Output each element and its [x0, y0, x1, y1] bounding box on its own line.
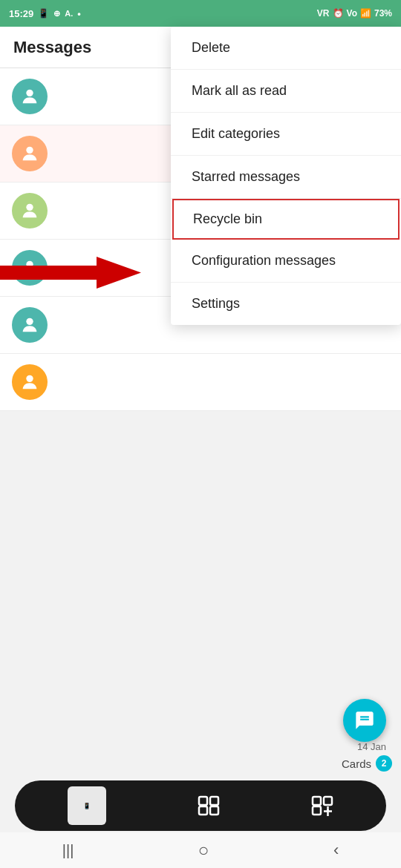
cards-badge: 2: [376, 755, 392, 772]
nav-bar: ||| ○ ‹: [0, 832, 401, 868]
status-left: 15:29 📱 ⊕ A. •: [9, 8, 81, 19]
volte1-icon: Vo: [347, 8, 357, 19]
signal-icon: 📶: [360, 8, 371, 19]
svg-point-8: [363, 720, 365, 723]
menu-item-starred[interactable]: Starred messages: [171, 156, 401, 199]
cards-bar: Cards 2: [342, 755, 392, 772]
list-item[interactable]: [0, 354, 401, 411]
add-button[interactable]: [311, 795, 333, 816]
svg-point-5: [26, 375, 33, 382]
chat-icon: [354, 710, 375, 731]
svg-point-2: [26, 204, 33, 211]
alarm-icon: ⏰: [333, 8, 344, 19]
page-title: Messages: [13, 38, 91, 57]
svg-rect-12: [199, 806, 207, 815]
svg-point-7: [360, 720, 362, 723]
battery-icon: 73%: [374, 8, 392, 19]
svg-rect-15: [324, 797, 332, 805]
svg-point-0: [26, 90, 33, 96]
svg-rect-14: [313, 797, 321, 805]
status-right: VR ⏰ Vo 📶 73%: [317, 8, 392, 19]
nav-recent-button[interactable]: |||: [62, 842, 74, 859]
avatar: [12, 250, 48, 286]
whatsapp-icon: ⊕: [53, 9, 60, 19]
avatar: [12, 307, 48, 343]
bottom-taskbar: 📱: [15, 780, 386, 831]
dot-icon: •: [77, 8, 81, 19]
expand-button[interactable]: [198, 795, 220, 816]
svg-point-9: [367, 720, 369, 723]
menu-item-config-messages[interactable]: Configuration messages: [171, 240, 401, 283]
menu-item-mark-read[interactable]: Mark all as read: [171, 70, 401, 113]
menu-item-recycle-bin[interactable]: Recycle bin: [172, 199, 400, 240]
avatar: [12, 136, 48, 171]
avatar: [12, 364, 48, 400]
menu-item-settings[interactable]: Settings: [171, 283, 401, 325]
status-bar: 15:29 📱 ⊕ A. • VR ⏰ Vo 📶 73%: [0, 0, 401, 27]
svg-point-3: [26, 261, 33, 268]
avatar: [12, 193, 48, 228]
nav-home-button[interactable]: ○: [198, 840, 209, 861]
svg-rect-16: [313, 806, 321, 815]
svg-rect-13: [210, 806, 218, 815]
dropdown-menu: Delete Mark all as read Edit categories …: [171, 27, 401, 325]
bottom-thumbnail[interactable]: 📱: [68, 786, 106, 825]
vr-icon: VR: [317, 8, 330, 19]
cards-label: Cards: [342, 757, 371, 770]
svg-point-4: [26, 318, 33, 325]
nav-back-button[interactable]: ‹: [333, 841, 339, 860]
svg-point-1: [26, 147, 33, 154]
a-icon: A.: [65, 9, 73, 18]
fab-button[interactable]: [343, 699, 386, 742]
time-display: 15:29: [9, 8, 33, 19]
menu-item-delete[interactable]: Delete: [171, 27, 401, 70]
date-label: 14 Jan: [357, 741, 386, 752]
menu-item-edit-categories[interactable]: Edit categories: [171, 113, 401, 156]
svg-rect-10: [199, 797, 207, 805]
avatar: [12, 79, 48, 114]
sim-icon: 📱: [38, 8, 49, 19]
svg-rect-11: [210, 797, 218, 805]
